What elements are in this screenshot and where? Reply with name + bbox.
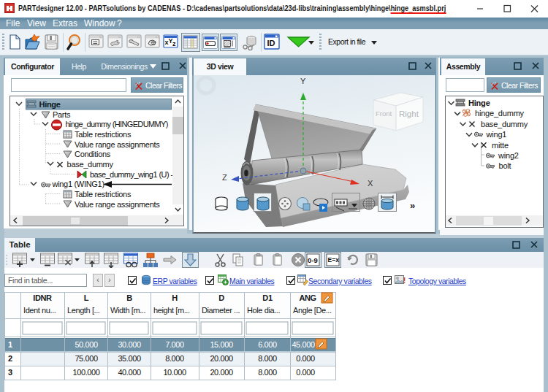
- svg-text:base_dummy: base_dummy: [481, 120, 528, 128]
- svg-text:7.000: 7.000: [165, 340, 184, 349]
- svg-text:ID: ID: [267, 39, 275, 47]
- svg-text:75.000: 75.000: [75, 354, 98, 363]
- svg-text:8.000: 8.000: [258, 354, 277, 363]
- svg-text:Length [...: Length [...: [67, 306, 100, 315]
- svg-text:6.000: 6.000: [258, 340, 277, 349]
- svg-text:Angle [De...: Angle [De...: [293, 306, 332, 315]
- svg-text:8.000: 8.000: [258, 368, 277, 377]
- svg-text:50.000: 50.000: [75, 340, 98, 349]
- svg-text:z: z: [172, 40, 176, 47]
- svg-text:Diameter ...: Diameter ...: [202, 306, 240, 315]
- svg-text:20.000: 20.000: [210, 354, 233, 363]
- svg-text:Width [m...: Width [m...: [110, 306, 146, 315]
- svg-text:Value range assignments: Value range assignments: [75, 140, 160, 149]
- svg-text:Y: Y: [300, 77, 306, 85]
- svg-text:15.000: 15.000: [210, 340, 233, 349]
- svg-text:3: 3: [8, 368, 12, 377]
- svg-text:base_dummy_wing1 (U) ->: base_dummy_wing1 (U) ->: [90, 170, 178, 179]
- svg-text:wing1 (WING1): wing1 (WING1): [52, 180, 104, 188]
- svg-text:1: 1: [8, 340, 12, 349]
- svg-text:Value range assignments: Value range assignments: [75, 200, 160, 209]
- svg-text:D: D: [218, 293, 224, 302]
- svg-text:base_dummy: base_dummy: [67, 160, 114, 169]
- svg-text:0.000: 0.000: [296, 368, 315, 377]
- svg-text:E=x: E=x: [328, 256, 340, 264]
- svg-text:2: 2: [8, 354, 12, 363]
- svg-text:hinge_dummy: hinge_dummy: [475, 109, 525, 118]
- svg-text:8.000: 8.000: [165, 354, 184, 363]
- svg-text:Front: Front: [376, 109, 392, 118]
- svg-text:100.000: 100.000: [73, 368, 100, 377]
- svg-text:mitte: mitte: [492, 141, 509, 150]
- svg-text:wing2: wing2: [498, 151, 519, 160]
- svg-text:Table restrictions: Table restrictions: [75, 190, 132, 199]
- svg-text:ANG: ANG: [299, 293, 316, 302]
- svg-text:Hole dia...: Hole dia...: [247, 306, 280, 315]
- svg-text:Z: Z: [222, 173, 227, 182]
- svg-text:0-9: 0-9: [308, 256, 318, 264]
- svg-text:10.000: 10.000: [163, 368, 186, 377]
- svg-text:hinge_dummy (HINGEDUMMY): hinge_dummy (HINGEDUMMY): [65, 120, 167, 128]
- svg-text:»: »: [410, 200, 415, 211]
- svg-text:bolt: bolt: [499, 161, 511, 170]
- svg-text:IDNR: IDNR: [33, 293, 52, 302]
- svg-text:Parts: Parts: [53, 110, 71, 119]
- svg-text:L: L: [84, 293, 89, 302]
- svg-text:45.000: 45.000: [292, 340, 315, 349]
- svg-text:X: X: [368, 179, 373, 188]
- svg-text:Conditions: Conditions: [75, 150, 111, 158]
- svg-text:Hinge: Hinge: [468, 99, 490, 107]
- svg-text:H: H: [172, 293, 178, 302]
- svg-text:35.000: 35.000: [118, 354, 141, 363]
- svg-text:Right: Right: [399, 109, 419, 118]
- svg-text:0.000: 0.000: [296, 354, 315, 363]
- svg-text:40.000: 40.000: [118, 368, 141, 377]
- svg-text:Table restrictions: Table restrictions: [75, 130, 132, 139]
- svg-text:!: !: [403, 277, 406, 285]
- svg-text:Hinge: Hinge: [39, 100, 61, 109]
- svg-text:D1: D1: [262, 293, 273, 302]
- svg-text:B: B: [126, 293, 132, 302]
- svg-text:30.000: 30.000: [118, 340, 141, 349]
- svg-text:20.000: 20.000: [210, 368, 233, 377]
- svg-text:wing1: wing1: [486, 130, 507, 139]
- svg-text:Ident nu...: Ident nu...: [23, 306, 56, 315]
- svg-text:height [m...: height [m...: [153, 306, 190, 315]
